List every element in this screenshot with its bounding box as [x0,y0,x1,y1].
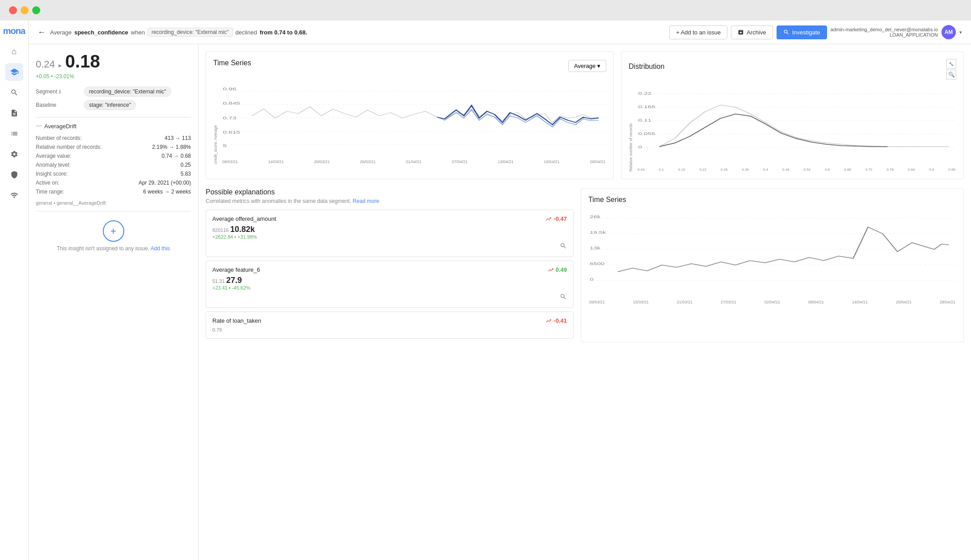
exp-header-0: Average offered_amount -0.47 [212,215,567,222]
sidebar-item-insights[interactable] [5,63,23,81]
explanation-card-1[interactable]: Average feature_6 0.49 51.31 27.9 +23. [206,261,574,308]
distribution-title: Distribution [629,63,664,71]
bottom-section: Possible explanations Correlated metrics… [206,188,964,342]
sidebar-item-security[interactable] [5,166,23,184]
exp-score-2: -0.41 [545,317,567,324]
segment-label: Segment ℹ [36,88,80,95]
left-panel: 0.24 ▸ 0.18 +0.05 • -23.01% Segment ℹ re… [29,44,198,560]
sidebar-item-reports[interactable] [5,104,23,122]
add-this-link[interactable]: Add this [151,245,170,252]
exp-header-1: Average feature_6 0.49 [212,266,567,273]
sidebar: mona ⌂ [0,21,29,560]
time-series-x-labels: 08/03/2114/03/2120/03/2126/03/2101/04/21… [221,160,606,164]
distribution-svg: 0.22 0.165 0.11 0.055 0 [637,85,956,165]
explanation-card-0[interactable]: Average offered_amount -0.47 820116 10.8… [206,210,574,257]
time-series-dropdown-value: Average [574,63,595,69]
top-bar-actions: + Add to an issue Archive Investigate [669,25,827,39]
charts-row: Time Series Average ▾ credit_score: Aver… [206,51,964,179]
exp-values-1: 51.31 27.9 [212,276,567,285]
zoom-out-button[interactable]: ⤡ [946,59,956,69]
stats-table: Number of records: 413 → 113 Relative nu… [36,135,191,195]
investigate-button[interactable]: Investigate [777,25,827,39]
sidebar-item-home[interactable]: ⌂ [5,42,23,60]
maximize-button[interactable] [32,6,40,14]
score-old: 0.24 [36,59,55,70]
user-dropdown-arrow[interactable]: ▾ [959,29,962,35]
explanations-title: Possible explanations [206,188,574,196]
archive-label: Archive [747,29,766,36]
stat-val-1: 2.19% → 1.88% [152,144,191,150]
read-more-link[interactable]: Read more [353,198,379,204]
divider-1 [36,117,191,118]
bottom-time-series-x-labels: 09/03/2115/03/2121/03/2127/03/2102/04/21… [588,300,956,304]
stat-key-1: Relative number of records: [36,144,101,150]
explanation-card-2[interactable]: Rate of loan_taken -0.41 0.79 [206,312,574,339]
distribution-y-label: Relative number of records [629,85,633,172]
exp-title-2: Rate of loan_taken [212,317,261,324]
close-button[interactable] [9,6,17,14]
info-icon: ℹ [59,89,61,95]
svg-text:0.11: 0.11 [638,118,652,122]
svg-text:0: 0 [590,277,593,282]
svg-text:0.845: 0.845 [223,101,240,105]
svg-text:0.165: 0.165 [638,105,655,109]
time-series-header: Time Series Average ▾ [213,59,606,72]
user-avatar[interactable]: AM [941,25,956,39]
stat-row-3: Anomaly level: 0.25 [36,162,191,168]
exp-footer-0 [212,242,567,251]
stat-key-3: Anomaly level: [36,162,71,168]
score-arrow: ▸ [59,62,62,69]
user-info: admin-marketing_demo_del_never@monalabs.… [831,25,962,39]
sidebar-item-settings[interactable] [5,145,23,163]
svg-text:6500: 6500 [590,261,604,266]
drift-title: AverageDrift [44,123,76,130]
svg-text:0.055: 0.055 [638,131,655,136]
segment-value: recording_device: "External mic" [84,87,171,97]
svg-text:0.22: 0.22 [638,91,652,96]
sidebar-item-charts[interactable] [5,125,23,143]
drift-icon: 〰 [36,123,42,130]
time-series-chart-box: Time Series Average ▾ credit_score: Aver… [206,51,614,179]
stat-val-0: 413 → 113 [165,135,191,141]
time-series-dropdown[interactable]: Average ▾ [568,60,606,72]
exp-search-button-1[interactable] [560,293,567,302]
add-insight-button[interactable]: + [103,220,124,242]
insight-from-to: from 0.74 to 0.68. [260,29,307,36]
insight-segment-tag: recording_device: "External mic" [148,28,233,37]
tags-row: general • general__AverageDrift [36,200,191,206]
stat-row-4: Insight score: 5.83 [36,171,191,177]
main-content: ← Average speech_confidence when recordi… [29,21,971,560]
sidebar-item-search[interactable] [5,84,23,101]
add-to-issue-button[interactable]: + Add to an issue [669,25,727,39]
bottom-time-series-box: Time Series 26k 19.5k 13k [581,188,964,342]
score-change: +0.05 • -23.01% [36,73,191,80]
stat-row-5: Active on: Apr 29, 2021 (+00:00) [36,180,191,186]
exp-change-0: +2622.84 • +31.98% [212,234,567,240]
stat-val-6: 6 weeks → 2 weeks [143,189,191,195]
app-container: mona ⌂ [0,21,971,560]
right-content: Time Series Average ▾ credit_score: Aver… [198,44,971,560]
score-new: 0.18 [65,51,100,72]
sidebar-item-network[interactable] [5,186,23,204]
svg-text:0: 0 [638,145,642,149]
content-area: 0.24 ▸ 0.18 +0.05 • -23.01% Segment ℹ re… [29,44,971,560]
divider-2 [36,211,191,211]
minimize-button[interactable] [21,6,29,14]
back-button[interactable]: ← [38,28,46,37]
stat-val-3: 0.25 [181,162,191,168]
drift-header: 〰 AverageDrift [36,123,191,130]
distribution-chart-box: Distribution ⤡ 🔍 Relative number of reco… [621,51,964,179]
stat-val-5: Apr 29, 2021 (+00:00) [139,180,191,186]
stat-row-2: Average value: 0.74 → 0.68 [36,153,191,159]
chevron-down-icon: ▾ [597,63,600,69]
stat-row-1: Relative number of records: 2.19% → 1.88… [36,144,191,150]
stat-key-0: Number of records: [36,135,82,141]
archive-button[interactable]: Archive [731,25,773,39]
exp-title-1: Average feature_6 [212,266,260,273]
user-context: LOAN_APPLICATION [831,32,938,38]
exp-search-button-0[interactable] [560,242,567,251]
explanations-subtitle: Correlated metrics with anomalies in the… [206,198,574,204]
top-bar-left: ← Average speech_confidence when recordi… [38,28,664,37]
zoom-search-button[interactable]: 🔍 [946,70,956,80]
insight-prefix: Average [50,29,72,36]
